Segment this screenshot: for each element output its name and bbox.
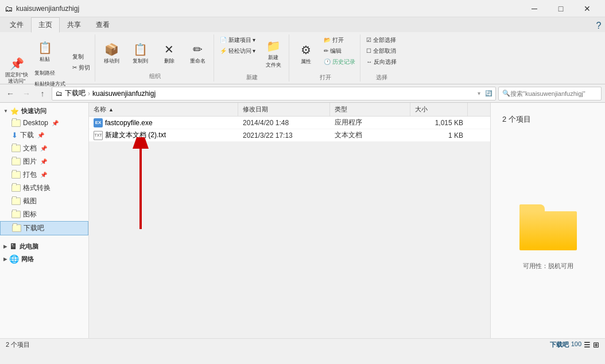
pack-folder-icon xyxy=(11,171,21,179)
history-button[interactable]: 🕐 历史记录 xyxy=(321,57,358,68)
txt-type: 文本文档 xyxy=(330,130,410,140)
ribbon-group-new: 📄 新建项目 ▾ ⚡ 轻松访问 ▾ 📁 新建文件夹 新建 xyxy=(215,34,290,82)
close-button[interactable]: ✕ xyxy=(574,0,600,17)
tab-share[interactable]: 共享 xyxy=(60,17,88,32)
download-pin-icon: 📌 xyxy=(37,132,44,138)
col-header-type[interactable]: 类型 xyxy=(330,103,410,116)
tab-view[interactable]: 查看 xyxy=(88,17,117,32)
edit-button[interactable]: ✏ 编辑 xyxy=(321,47,358,57)
copy-button[interactable]: 复制 xyxy=(70,52,92,63)
col-header-size[interactable]: 大小 xyxy=(410,103,468,116)
nav-bar: ← → ↑ 🗂 下载吧 › kuaisuwenjianfuzhigj ▾ 🔄 🔍 xyxy=(0,84,605,103)
pack-pin-icon: 📌 xyxy=(40,172,47,178)
sidebar-item-screenshot[interactable]: 截图 xyxy=(0,195,88,208)
watermark-text: 下载吧 xyxy=(550,340,569,349)
select-none-button[interactable]: ☐ 全部取消 xyxy=(364,47,399,57)
new-folder-button[interactable]: 📁 新建文件夹 xyxy=(260,37,286,71)
search-box[interactable]: 🔍 xyxy=(498,87,602,100)
network-header[interactable]: ▶ 🌐 网络 xyxy=(0,253,88,265)
copy-path-button[interactable]: 复制路径 xyxy=(32,69,68,79)
file-icon-cell-txt: TXT 新建文本文档 (2).txt xyxy=(89,130,238,140)
rename-icon: ✏ xyxy=(191,42,205,56)
images-folder-icon xyxy=(11,158,21,165)
desktop-pin-icon: 📌 xyxy=(52,120,59,126)
tab-home[interactable]: 主页 xyxy=(31,17,60,33)
docs-pin-icon: 📌 xyxy=(40,145,47,152)
easy-access-button[interactable]: ⚡ 轻松访问 ▾ xyxy=(218,47,258,57)
sidebar-item-docs[interactable]: 文档 📌 xyxy=(0,142,88,155)
network-arrow: ▶ xyxy=(3,257,7,262)
address-bar: 🗂 下载吧 › kuaisuwenjianfuzhigj ▾ 🔄 xyxy=(52,87,496,100)
address-segment-1[interactable]: 下载吧 xyxy=(65,88,86,98)
move-to-button[interactable]: 📦 移动到 xyxy=(99,37,125,70)
availability-label: 可用性：脱机可用 xyxy=(523,262,573,270)
ribbon-content: 📌 固定到"快 速访问" 📋 粘贴 复制路径 粘贴快捷方式 xyxy=(0,32,605,84)
red-arrow-overlay xyxy=(123,137,158,231)
detail-view-button[interactable]: ⊞ xyxy=(593,340,599,349)
pin-icon: 📌 xyxy=(10,57,24,71)
sidebar-item-images[interactable]: 图片 📌 xyxy=(0,155,88,168)
open-button[interactable]: 📂 打开 xyxy=(321,36,358,46)
paste-button[interactable]: 📋 粘贴 xyxy=(32,36,57,68)
new-label: 新建 xyxy=(246,73,258,82)
minimize-button[interactable]: ─ xyxy=(521,0,548,17)
ribbon-group-select-content: ☑ 全部选择 ☐ 全部取消 ↔ 反向选择 xyxy=(364,36,399,72)
list-view-button[interactable]: ☰ xyxy=(584,340,591,349)
properties-icon: ⚙ xyxy=(299,43,313,57)
pack-label: 打包 xyxy=(23,170,37,180)
properties-button[interactable]: ⚙ 属性 xyxy=(293,37,319,71)
sidebar-item-downloadsite[interactable]: 下载吧 xyxy=(0,221,88,235)
screenshot-label: 截图 xyxy=(23,196,37,206)
search-icon: 🔍 xyxy=(502,90,510,97)
title-bar-left: 🗂 kuaisuwenjianfuzhigj xyxy=(5,4,79,13)
forward-button[interactable]: → xyxy=(20,87,33,100)
copy-cut-col: 复制 ✂ 剪切 xyxy=(70,52,92,89)
maximize-button[interactable]: □ xyxy=(548,0,574,17)
icons-folder-icon xyxy=(11,211,21,218)
exe-type: 应用程序 xyxy=(330,118,410,127)
ribbon-group-new-content: 📄 新建项目 ▾ ⚡ 轻松访问 ▾ 📁 新建文件夹 xyxy=(218,36,287,72)
open-col: 📂 打开 ✏ 编辑 🕐 历史记录 xyxy=(321,36,358,72)
title-bar: 🗂 kuaisuwenjianfuzhigj ─ □ ✕ xyxy=(0,0,605,17)
new-item-button[interactable]: 📄 新建项目 ▾ xyxy=(218,36,258,46)
images-label: 图片 xyxy=(23,157,37,166)
delete-icon: ✕ xyxy=(162,42,176,56)
delete-button[interactable]: ✕ 删除 xyxy=(156,37,183,70)
sidebar-item-download[interactable]: ⬇ 下载 📌 xyxy=(0,129,88,142)
this-pc-icon: 🖥 xyxy=(9,242,17,251)
this-pc-header[interactable]: ▶ 🖥 此电脑 xyxy=(0,240,88,253)
copy-to-button[interactable]: 📋 复制到 xyxy=(127,37,154,70)
invert-select-button[interactable]: ↔ 反向选择 xyxy=(364,57,399,68)
sidebar-item-icons[interactable]: 图标 xyxy=(0,208,88,221)
desktop-folder-icon xyxy=(11,119,21,127)
new-folder-icon: 📁 xyxy=(266,39,280,53)
select-all-button[interactable]: ☑ 全部选择 xyxy=(364,36,399,46)
search-input[interactable] xyxy=(510,90,598,97)
format-folder-icon xyxy=(11,184,21,192)
file-list-header: 名称 ▲ 修改日期 类型 大小 xyxy=(89,103,490,117)
file-row-exe[interactable]: EX fastcopyfile.exe 2014/4/20 1:48 应用程序 … xyxy=(89,117,490,129)
help-button[interactable]: ? xyxy=(592,20,605,32)
cut-button[interactable]: ✂ 剪切 xyxy=(70,63,92,73)
tab-file[interactable]: 文件 xyxy=(2,17,31,32)
pin-button[interactable]: 📌 固定到"快 速访问" xyxy=(3,54,30,87)
select-label: 选择 xyxy=(376,73,387,82)
col-header-date[interactable]: 修改日期 xyxy=(238,103,330,116)
address-segment-2[interactable]: kuaisuwenjianfuzhigj xyxy=(92,90,156,98)
col-header-name[interactable]: 名称 ▲ xyxy=(89,103,238,116)
sidebar-item-pack[interactable]: 打包 📌 xyxy=(0,168,88,181)
format-label: 格式转换 xyxy=(23,183,51,193)
status-item-count: 2 个项目 xyxy=(6,340,30,349)
quick-access-label: 快速访问 xyxy=(21,107,46,115)
sidebar-item-desktop[interactable]: Desktop 📌 xyxy=(0,117,88,129)
sidebar-item-format[interactable]: 格式转换 xyxy=(0,181,88,195)
file-row-txt[interactable]: TXT 新建文本文档 (2).txt 2021/3/22 17:13 文本文档 … xyxy=(89,129,490,142)
exe-file-icon: EX xyxy=(94,118,103,127)
back-button[interactable]: ← xyxy=(3,87,17,100)
quick-access-header[interactable]: ▼ ⭐ 快速访问 xyxy=(0,105,88,117)
up-button[interactable]: ↑ xyxy=(36,87,49,100)
quick-access-star-icon: ⭐ xyxy=(10,107,19,115)
docs-label: 文档 xyxy=(23,144,37,153)
rename-button[interactable]: ✏ 重命名 xyxy=(185,37,211,70)
file-icon-cell-exe: EX fastcopyfile.exe xyxy=(89,118,238,127)
